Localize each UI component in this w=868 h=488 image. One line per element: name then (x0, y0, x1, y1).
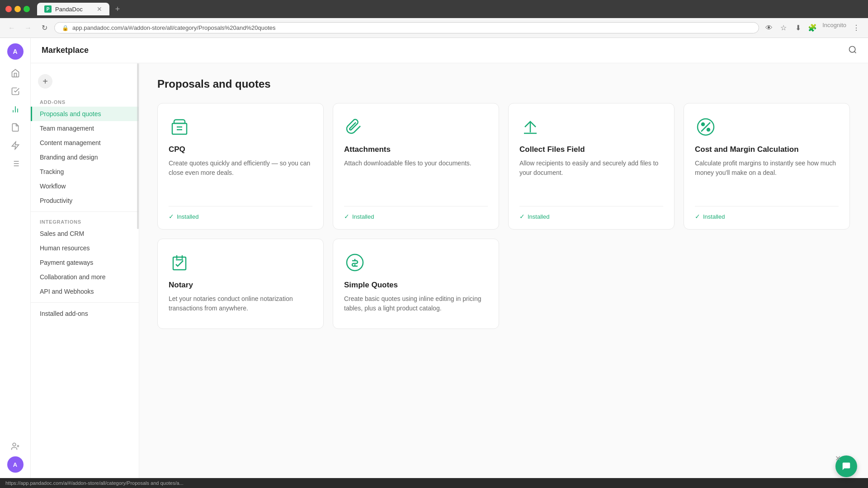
sidebar-item-sales[interactable]: Sales and CRM (31, 226, 139, 241)
collect-files-status: ✓ Installed (519, 206, 663, 220)
user-avatar[interactable]: A (7, 43, 24, 60)
svg-rect-23 (173, 257, 186, 270)
sidebar-item-branding[interactable]: Branding and design (31, 150, 139, 164)
tab-bar: P PandaDoc ✕ + (37, 3, 863, 15)
sidebar-item-productivity[interactable]: Productivity (31, 193, 139, 208)
sidebar-item-api[interactable]: API and Webhooks (31, 284, 139, 299)
simple-quotes-desc: Create basic quotes using inline editing… (344, 294, 488, 319)
simple-quotes-title: Simple Quotes (344, 281, 488, 290)
tasks-icon[interactable] (7, 83, 24, 99)
incognito-label: Incognito (821, 22, 848, 34)
add-new-btn[interactable]: + (38, 74, 52, 89)
cost-margin-title: Cost and Margin Calculation (695, 145, 839, 154)
back-btn[interactable]: ← (5, 22, 18, 34)
browser-actions: 👁 ☆ ⬇ 🧩 Incognito ⋮ (763, 22, 863, 34)
bookmark-btn[interactable]: ☆ (777, 22, 790, 34)
cpq-title: CPQ (169, 145, 312, 154)
address-bar[interactable]: 🔒 app.pandadoc.com/a/#/addon-store/all/c… (54, 22, 759, 33)
main-content: Proposals and quotes C (139, 63, 868, 478)
collect-files-icon (519, 116, 541, 138)
attachments-card[interactable]: Attachments Attach downloadable files to… (333, 103, 499, 230)
sidebar-item-proposals[interactable]: Proposals and quotes (31, 107, 139, 121)
integrations-section-title: INTEGRATIONS (31, 216, 139, 226)
browser-chrome: P PandaDoc ✕ + (0, 0, 868, 18)
extensions-btn[interactable]: 🧩 (806, 22, 819, 34)
cards-row-1: CPQ Create quotes quickly and efficientl… (157, 103, 850, 230)
document-icon[interactable] (7, 119, 24, 136)
notary-title: Notary (169, 281, 312, 290)
svg-point-22 (707, 128, 710, 131)
collect-files-title: Collect Files Field (519, 145, 663, 154)
svg-line-14 (854, 51, 856, 53)
status-bar: https://app.pandadoc.com/a/#/addon-store… (0, 478, 868, 488)
app-header: Marketplace (31, 38, 868, 63)
sidebar-item-collaboration[interactable]: Collaboration and more (31, 270, 139, 284)
sidebar-divider-2 (31, 302, 139, 303)
tab-favicon: P (44, 5, 52, 13)
list-icon[interactable] (7, 155, 24, 172)
window-close-btn[interactable] (5, 6, 12, 12)
attachments-desc: Attach downloadable files to your docume… (344, 159, 488, 199)
svg-point-10 (13, 443, 16, 446)
sidebar-item-workflow[interactable]: Workflow (31, 179, 139, 193)
notary-icon (169, 252, 190, 273)
chat-close-btn[interactable]: ✕ (835, 454, 841, 463)
cpq-icon (169, 116, 190, 138)
search-icon[interactable] (848, 45, 857, 56)
cpq-status: ✓ Installed (169, 206, 312, 220)
attachments-title: Attachments (344, 145, 488, 154)
cost-margin-status: ✓ Installed (695, 206, 839, 220)
svg-point-13 (849, 46, 855, 52)
sidebar-item-hr[interactable]: Human resources (31, 241, 139, 255)
svg-point-21 (702, 123, 704, 126)
scrollbar-thumb (137, 63, 139, 229)
sidebar-item-installed[interactable]: Installed add-ons (31, 306, 139, 321)
attachments-icon (344, 116, 366, 138)
tab-title: PandaDoc (55, 6, 83, 13)
window-min-btn[interactable] (14, 6, 21, 12)
tab-close-btn[interactable]: ✕ (97, 5, 102, 13)
active-tab[interactable]: P PandaDoc ✕ (37, 3, 109, 15)
cpq-check-icon: ✓ (169, 213, 174, 220)
forward-btn[interactable]: → (22, 22, 34, 34)
add-user-icon[interactable] (7, 438, 24, 455)
cpq-card[interactable]: CPQ Create quotes quickly and efficientl… (157, 103, 324, 230)
new-tab-btn[interactable]: + (111, 3, 124, 15)
attachments-check-icon: ✓ (344, 213, 349, 220)
simple-quotes-card[interactable]: Simple Quotes Create basic quotes using … (333, 239, 499, 329)
sidebar-item-tracking[interactable]: Tracking (31, 164, 139, 179)
reader-view-btn[interactable]: 👁 (763, 22, 775, 34)
window-max-btn[interactable] (24, 6, 30, 12)
svg-marker-3 (12, 142, 19, 150)
collect-files-card[interactable]: Collect Files Field Allow recipients to … (508, 103, 675, 230)
lightning-icon[interactable] (7, 137, 24, 154)
simple-quotes-icon (344, 252, 366, 273)
header-title: Marketplace (42, 46, 89, 55)
home-icon[interactable] (7, 65, 24, 81)
cost-margin-card[interactable]: Cost and Margin Calculation Calculate pr… (684, 103, 850, 230)
refresh-btn[interactable]: ↻ (38, 22, 51, 34)
app-container: A A Marketplace (0, 38, 868, 478)
sidebar-divider (31, 211, 139, 212)
cards-row-2: Notary Let your notaries conduct online … (157, 239, 850, 329)
attachments-status: ✓ Installed (344, 206, 488, 220)
sidebar-item-team[interactable]: Team management (31, 121, 139, 136)
add-button-area: + (31, 70, 139, 96)
icon-sidebar: A A (0, 38, 31, 478)
sidebar-item-content[interactable]: Content management (31, 136, 139, 150)
window-controls (5, 6, 30, 12)
notary-desc: Let your notaries conduct online notariz… (169, 294, 312, 319)
notary-card[interactable]: Notary Let your notaries conduct online … (157, 239, 324, 329)
profile-icon[interactable]: A (7, 456, 24, 473)
page-title: Proposals and quotes (157, 78, 850, 90)
addons-section-title: ADD-ONS (31, 96, 139, 107)
url-text: app.pandadoc.com/a/#/addon-store/all/cat… (72, 24, 276, 31)
sidebar-item-payments[interactable]: Payment gateways (31, 255, 139, 270)
menu-btn[interactable]: ⋮ (850, 22, 863, 34)
nav-bar: ← → ↻ 🔒 app.pandadoc.com/a/#/addon-store… (0, 18, 868, 38)
cost-margin-desc: Calculate profit margins to instantly se… (695, 159, 839, 199)
status-url: https://app.pandadoc.com/a/#/addon-store… (5, 480, 184, 486)
download-btn[interactable]: ⬇ (792, 22, 804, 34)
analytics-icon[interactable] (7, 101, 24, 117)
nav-sidebar: + ADD-ONS Proposals and quotes Team mana… (31, 63, 139, 478)
